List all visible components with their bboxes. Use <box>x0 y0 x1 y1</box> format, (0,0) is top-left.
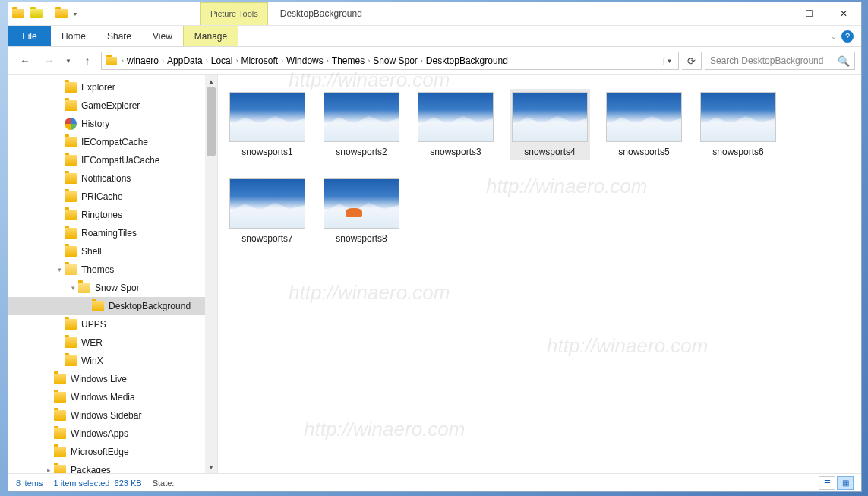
address-dropdown-icon[interactable]: ▼ <box>663 58 675 65</box>
file-item[interactable]: snowsports2 <box>321 89 402 160</box>
ribbon-tabs: File Home Share View Manage ⌵ ? <box>8 26 861 47</box>
tree-item[interactable]: MicrosoftEdge <box>8 443 217 461</box>
expand-ribbon-icon[interactable]: ⌵ <box>832 33 835 40</box>
tree-item[interactable]: Windows Sidebar <box>8 406 217 425</box>
tree-item[interactable]: Ringtones <box>8 206 217 224</box>
refresh-button[interactable]: ⟳ <box>682 52 702 70</box>
tree-item-label: Packages <box>71 465 111 473</box>
chevron-right-icon[interactable]: › <box>162 57 164 65</box>
minimize-button[interactable]: — <box>756 2 791 25</box>
chevron-right-icon[interactable]: › <box>368 57 370 65</box>
tree-item[interactable]: History <box>8 115 217 133</box>
scrollbar[interactable]: ▲ ▼ <box>205 75 217 473</box>
breadcrumb-seg[interactable]: Themes <box>332 55 365 66</box>
breadcrumb-seg[interactable]: Local <box>211 55 233 66</box>
tree-item[interactable]: DesktopBackground <box>8 297 217 315</box>
tree-item[interactable]: WER <box>8 333 217 352</box>
qat-customize-icon[interactable]: ▼ <box>71 5 79 22</box>
file-name: snowsports3 <box>430 147 481 157</box>
maximize-button[interactable]: ☐ <box>791 2 826 25</box>
chevron-right-icon[interactable]: › <box>327 57 329 65</box>
thumbnails-view-button[interactable]: ▦ <box>837 476 854 490</box>
share-tab[interactable]: Share <box>96 26 142 46</box>
scroll-thumb[interactable] <box>207 87 216 156</box>
close-button[interactable]: ✕ <box>826 2 861 25</box>
file-tab[interactable]: File <box>8 26 51 46</box>
contextual-group-label: Picture Tools <box>210 10 258 18</box>
breadcrumb-seg[interactable]: winaero <box>127 55 159 66</box>
breadcrumb-seg[interactable]: Windows <box>286 55 324 66</box>
file-item[interactable]: snowsports7 <box>227 175 308 247</box>
recent-locations-icon[interactable]: ▼ <box>63 52 74 70</box>
file-item[interactable]: snowsports1 <box>227 89 308 160</box>
tree-item[interactable]: GameExplorer <box>8 96 217 115</box>
tree-item[interactable]: ▾Themes <box>8 261 217 279</box>
scroll-down-icon[interactable]: ▼ <box>205 461 217 473</box>
chevron-right-icon[interactable]: › <box>235 57 238 65</box>
details-view-button[interactable]: ☰ <box>819 476 835 490</box>
tree-item-label: Windows Media <box>71 392 135 403</box>
chevron-right-icon[interactable]: › <box>281 57 283 65</box>
breadcrumb-seg[interactable]: AppData <box>167 55 203 66</box>
tree-item-label: DesktopBackground <box>109 301 191 311</box>
search-icon[interactable]: 🔍 <box>838 55 850 67</box>
tree-item-label: WindowsApps <box>71 428 128 439</box>
tree-item[interactable]: WindowsApps <box>8 425 217 443</box>
navigation-pane[interactable]: ExplorerGameExplorerHistoryIECompatCache… <box>8 75 218 473</box>
tree-item[interactable]: ▸Packages <box>8 461 217 473</box>
tree-item[interactable]: IECompatCache <box>8 133 217 151</box>
back-button[interactable]: ← <box>14 52 36 70</box>
help-icon[interactable]: ? <box>841 30 854 43</box>
tree-item-label: GameExplorer <box>81 100 140 111</box>
explorer-window: ▼ Picture Tools DesktopBackground — ☐ ✕ … <box>8 2 862 492</box>
app-icon[interactable] <box>10 5 27 22</box>
home-tab[interactable]: Home <box>51 26 96 46</box>
up-button[interactable]: ↑ <box>77 52 98 70</box>
tree-item[interactable]: Windows Media <box>8 388 217 406</box>
view-tab[interactable]: View <box>142 26 183 46</box>
chevron-right-icon[interactable]: › <box>122 57 124 65</box>
tree-item[interactable]: ▾Snow Spor <box>8 279 217 297</box>
breadcrumb-seg[interactable]: Snow Spor <box>373 55 418 66</box>
tree-item-label: Notifications <box>81 173 131 184</box>
tree-item[interactable]: IECompatUaCache <box>8 151 217 169</box>
scroll-up-icon[interactable]: ▲ <box>205 75 217 87</box>
tree-item[interactable]: PRICache <box>8 188 217 206</box>
tree-item[interactable]: UPPS <box>8 315 217 333</box>
history-icon <box>65 118 77 130</box>
search-input[interactable]: Search DesktopBackground 🔍 <box>705 52 855 70</box>
tree-item[interactable]: RoamingTiles <box>8 224 217 242</box>
breadcrumb-seg[interactable]: DesktopBackground <box>426 55 508 66</box>
manage-tab[interactable]: Manage <box>183 26 238 46</box>
file-item[interactable]: snowsports5 <box>604 89 684 160</box>
file-item[interactable]: snowsports6 <box>698 89 778 160</box>
expand-icon[interactable]: ▾ <box>68 284 78 292</box>
chevron-right-icon[interactable]: › <box>421 57 423 65</box>
file-item[interactable]: snowsports4 <box>510 89 590 160</box>
qat-properties-icon[interactable] <box>28 5 45 22</box>
items-view[interactable]: snowsports1snowsports2snowsports3snowspo… <box>218 75 861 473</box>
folder-icon <box>65 155 77 166</box>
breadcrumb-seg[interactable]: Microsoft <box>241 55 278 66</box>
tree-item-label: History <box>81 118 109 129</box>
file-name: snowsports4 <box>524 147 575 157</box>
file-item[interactable]: snowsports8 <box>321 175 402 247</box>
chevron-right-icon[interactable]: › <box>206 57 208 65</box>
tree-item-label: RoamingTiles <box>81 228 137 239</box>
tree-item[interactable]: Windows Live <box>8 370 217 388</box>
tree-item[interactable]: Shell <box>8 242 217 261</box>
forward-button[interactable]: → <box>39 52 60 70</box>
tree-item[interactable]: Notifications <box>8 169 217 188</box>
status-item-count: 8 items <box>16 479 43 488</box>
tree-item[interactable]: Explorer <box>8 78 217 96</box>
tree-item-label: Windows Live <box>71 374 127 384</box>
tree-item[interactable]: WinX <box>8 352 217 370</box>
expand-icon[interactable]: ▾ <box>54 266 65 273</box>
folder-icon <box>65 82 77 93</box>
address-bar[interactable]: › winaero› AppData› Local› Microsoft› Wi… <box>101 52 679 70</box>
expand-icon[interactable]: ▸ <box>43 466 54 473</box>
file-name: snowsports1 <box>241 147 292 157</box>
qat-newfolder-icon[interactable] <box>53 5 70 22</box>
file-name: snowsports7 <box>241 233 292 244</box>
file-item[interactable]: snowsports3 <box>415 89 496 160</box>
